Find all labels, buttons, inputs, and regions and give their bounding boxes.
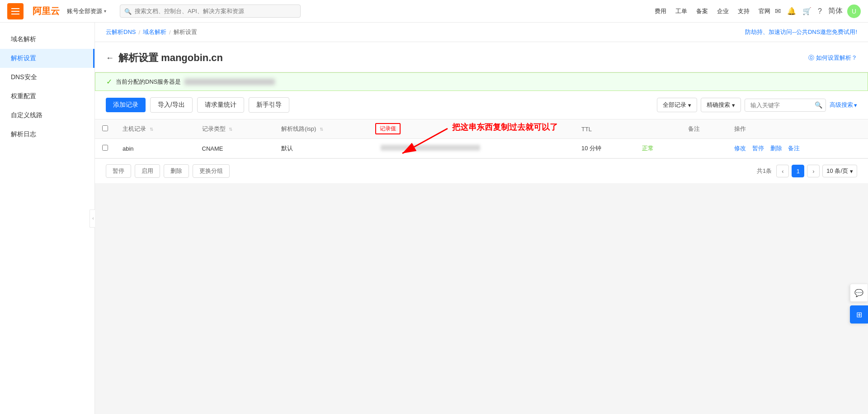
keyword-search-button[interactable]: 🔍	[815, 101, 822, 109]
dns-notice-text: 当前分配的DNS服务器是	[116, 78, 181, 86]
float-buttons: 💬 ⊞	[850, 284, 868, 324]
col-ttl: TTL	[574, 119, 635, 139]
cell-ops: 修改 暂停 删除 备注	[727, 139, 868, 158]
col-host: 主机记录 ⇅	[115, 119, 195, 139]
col-note: 备注	[681, 119, 727, 139]
request-stats-button[interactable]: 请求量统计	[197, 97, 244, 113]
chat-icon: 💬	[854, 289, 863, 297]
notification-icon[interactable]: 🔔	[787, 7, 796, 15]
records-table-wrap: 主机记录 ⇅ 记录类型 ⇅ 解析线路(isp) ⇅ 记录值	[95, 119, 868, 158]
nav-links: 费用 工单 备案 企业 支持 官网	[655, 7, 770, 15]
toolbar: 添加记录 导入/导出 请求量统计 新手引导 全部记录 ▾ 精确搜索 ▾ 🔍 高级	[95, 91, 868, 119]
search-icon: 🔍	[124, 8, 132, 14]
records-table: 主机记录 ⇅ 记录类型 ⇅ 解析线路(isp) ⇅ 记录值	[95, 119, 868, 158]
page-size-selector[interactable]: 10 条/页 ▾	[822, 165, 857, 177]
nav-link-official[interactable]: 官网	[759, 7, 770, 15]
import-export-button[interactable]: 导入/导出	[150, 97, 193, 113]
dropdown-icon2: ▾	[732, 102, 735, 109]
nav-link-enterprise[interactable]: 企业	[717, 7, 729, 15]
sort-icon-type[interactable]: ⇅	[229, 127, 232, 132]
col-type: 记录类型 ⇅	[195, 119, 274, 139]
col-status	[635, 119, 681, 139]
help-link[interactable]: ⓪ 如何设置解析？	[808, 54, 857, 62]
nav-link-fees[interactable]: 费用	[655, 7, 666, 15]
keyword-search-wrap: 🔍	[745, 99, 826, 112]
col-ops: 操作	[727, 119, 868, 139]
back-button[interactable]: ←	[106, 53, 114, 63]
prev-page-button[interactable]: ‹	[776, 165, 789, 177]
adv-search-arrow-icon: ▾	[854, 102, 857, 109]
batch-action-buttons: 暂停 启用 删除 更换分组	[106, 164, 230, 178]
sidebar-item-parse-log[interactable]: 解析日志	[0, 125, 94, 144]
op-delete[interactable]: 删除	[770, 145, 782, 152]
row-checkbox[interactable]	[102, 145, 108, 151]
guide-button[interactable]: 新手引导	[249, 97, 289, 113]
sort-icon-host[interactable]: ⇅	[150, 127, 153, 132]
batch-enable-button[interactable]: 启用	[135, 164, 160, 178]
nav-link-ticket[interactable]: 工单	[675, 7, 687, 15]
search-input[interactable]	[120, 5, 301, 18]
main-layout: 域名解析 解析设置 DNS安全 权重配置 自定义线路 解析日志 ‹ 云解析DNS…	[0, 23, 868, 414]
op-note[interactable]: 备注	[788, 145, 800, 152]
sort-icon-line[interactable]: ⇅	[320, 127, 323, 132]
account-dropdown-icon: ▾	[104, 9, 106, 14]
sidebar-item-custom-line[interactable]: 自定义线路	[0, 106, 94, 125]
help-icon[interactable]: ?	[818, 7, 822, 15]
cell-status: 正常	[635, 139, 681, 158]
nav-icon-group: ✉ 🔔 🛒 ? 简体	[775, 6, 843, 16]
op-modify[interactable]: 修改	[734, 145, 746, 152]
current-page-button[interactable]: 1	[792, 165, 804, 177]
table-footer: 暂停 启用 删除 更换分组 共1条 ‹ 1 › 10 条/页 ▾	[95, 158, 868, 183]
logo: 阿里云	[29, 5, 60, 17]
precise-search-selector[interactable]: 精确搜索 ▾	[701, 98, 741, 112]
cell-line: 默认	[274, 139, 373, 158]
page-title: 解析设置 mangobin.cn	[118, 51, 223, 65]
account-selector[interactable]: 账号全部资源 ▾	[67, 7, 106, 15]
dropdown-icon: ▾	[688, 102, 691, 109]
cell-note	[681, 139, 727, 158]
chat-float-button[interactable]: 💬	[850, 284, 868, 302]
sidebar-item-dns-settings[interactable]: 解析设置	[0, 49, 94, 68]
help-circle-icon: ⓪	[808, 54, 814, 62]
breadcrumb-current: 解析设置	[174, 28, 197, 36]
hamburger-menu[interactable]	[7, 3, 24, 19]
user-avatar[interactable]: U	[847, 5, 861, 18]
record-type-filter[interactable]: 全部记录 ▾	[657, 98, 697, 112]
select-all-checkbox[interactable]	[102, 125, 108, 131]
sidebar-item-weight-config[interactable]: 权重配置	[0, 87, 94, 106]
cell-host: abin	[115, 139, 195, 158]
op-pause[interactable]: 暂停	[752, 145, 764, 152]
breadcrumb-domain-resolution[interactable]: 域名解析	[143, 28, 166, 36]
cart-icon[interactable]: 🛒	[802, 7, 811, 15]
check-icon: ✓	[106, 77, 112, 86]
sidebar: 域名解析 解析设置 DNS安全 权重配置 自定义线路 解析日志 ‹	[0, 23, 95, 414]
nav-link-support[interactable]: 支持	[738, 7, 750, 15]
sidebar-item-domain-resolution[interactable]: 域名解析	[0, 30, 94, 49]
breadcrumb-dns[interactable]: 云解析DNS	[106, 28, 136, 36]
table-row: abin CNAME 默认 10 分钟 正常 修改 暂停 删除	[95, 139, 868, 158]
logo-text: 阿里云	[33, 5, 60, 17]
col-value: 记录值	[373, 119, 574, 139]
pagination: 共1条 ‹ 1 › 10 条/页 ▾	[757, 165, 857, 177]
nav-link-record[interactable]: 备案	[696, 7, 708, 15]
apps-icon: ⊞	[856, 310, 862, 319]
next-page-button[interactable]: ›	[807, 165, 820, 177]
lang-switch[interactable]: 简体	[828, 6, 843, 16]
advanced-search[interactable]: 高级搜索 ▾	[830, 101, 857, 109]
breadcrumb-promo[interactable]: 防劫持、加速访问--公共DNS邀您免费试用!	[745, 28, 857, 36]
message-icon[interactable]: ✉	[775, 7, 781, 15]
top-nav: 阿里云 账号全部资源 ▾ 🔍 费用 工单 备案 企业 支持 官网 ✉ 🔔 🛒 ?…	[0, 0, 868, 23]
cell-type: CNAME	[195, 139, 274, 158]
cell-ttl: 10 分钟	[574, 139, 635, 158]
page-header: ← 解析设置 mangobin.cn ⓪ 如何设置解析？	[95, 42, 868, 72]
batch-delete-button[interactable]: 删除	[164, 164, 189, 178]
add-record-button[interactable]: 添加记录	[106, 98, 146, 112]
main-content: 云解析DNS / 域名解析 / 解析设置 防劫持、加速访问--公共DNS邀您免费…	[95, 23, 868, 414]
cell-value	[373, 139, 574, 158]
col-line: 解析线路(isp) ⇅	[274, 119, 373, 139]
batch-change-group-button[interactable]: 更换分组	[193, 164, 230, 178]
apps-float-button[interactable]: ⊞	[850, 305, 868, 324]
keyword-search-input[interactable]	[745, 99, 826, 112]
batch-pause-button[interactable]: 暂停	[106, 164, 131, 178]
sidebar-item-dns-security[interactable]: DNS安全	[0, 68, 94, 87]
